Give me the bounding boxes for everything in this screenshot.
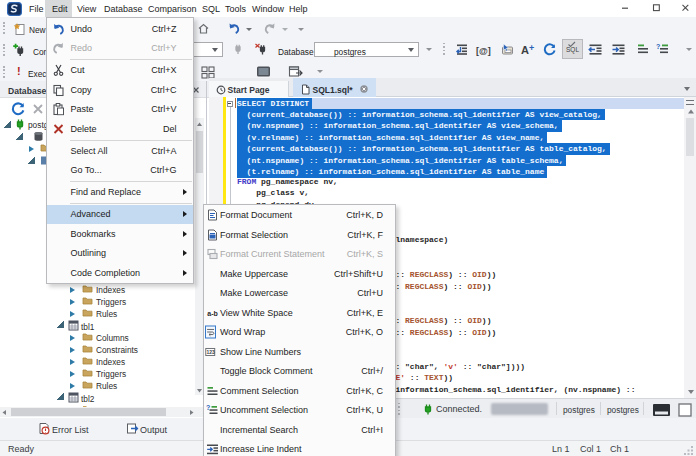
- svg-text:?: ?: [656, 43, 660, 50]
- svg-text:123: 123: [207, 350, 216, 355]
